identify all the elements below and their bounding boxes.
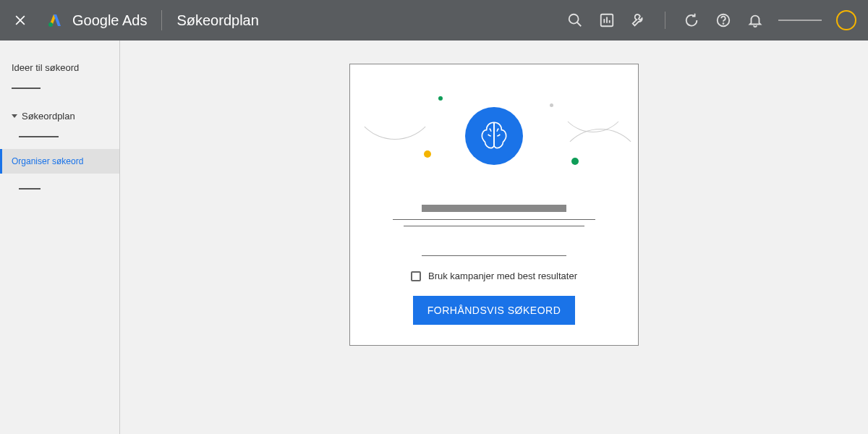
main-card: Bruk kampanjer med best resultater FORHÅ…: [349, 64, 639, 346]
chevron-down-icon: [12, 114, 17, 118]
svg-point-2: [48, 22, 53, 27]
help-icon[interactable]: [709, 6, 738, 35]
svg-point-10: [723, 23, 724, 24]
brain-icon: [465, 107, 523, 165]
sidebar-item-label: Organiser søkeord: [12, 156, 83, 166]
close-button[interactable]: [12, 12, 29, 29]
account-placeholder: [778, 20, 822, 21]
checkbox-label: Bruk kampanjer med best resultater: [428, 271, 577, 281]
divider: [665, 12, 665, 29]
checkbox-row[interactable]: Bruk kampanjer med best resultater: [373, 271, 615, 281]
sidebar-item-plan[interactable]: Søkeordplan: [0, 103, 119, 129]
preview-keywords-button[interactable]: FORHÅNDSVIS SØKEORD: [413, 296, 576, 325]
page-title: Søkeordplan: [176, 12, 258, 29]
sidebar-item-ideas[interactable]: Ideer til søkeord: [0, 55, 119, 80]
sidebar-item-organize[interactable]: Organiser søkeord: [0, 149, 119, 174]
sidebar-item-label: Ideer til søkeord: [12, 62, 79, 73]
tools-icon[interactable]: [624, 6, 653, 35]
svg-line-4: [577, 22, 582, 27]
sidebar-placeholder: [12, 88, 41, 89]
logo-area: Google Ads: [46, 12, 147, 29]
header-actions: [561, 6, 856, 35]
content-area: Bruk kampanjer med best resultater FORHÅ…: [120, 41, 868, 434]
reports-icon[interactable]: [592, 6, 621, 35]
sidebar-item-label: Søkeordplan: [22, 111, 75, 122]
text-placeholder: [404, 226, 584, 226]
input-underline[interactable]: [422, 255, 566, 256]
checkbox[interactable]: [411, 271, 421, 281]
svg-point-3: [569, 14, 579, 24]
search-icon[interactable]: [561, 6, 590, 35]
avatar[interactable]: [836, 10, 856, 30]
sidebar: Ideer til søkeord Søkeordplan Organiser …: [0, 41, 120, 434]
main-area: Ideer til søkeord Søkeordplan Organiser …: [0, 41, 868, 434]
illustration: [373, 82, 615, 190]
text-placeholder: [393, 219, 595, 220]
app-header: Google Ads Søkeordplan: [0, 0, 868, 41]
header-divider: [161, 10, 162, 30]
sidebar-placeholder: [19, 136, 59, 137]
product-name: Google Ads: [72, 12, 147, 29]
google-ads-logo-icon: [46, 12, 64, 29]
sidebar-placeholder: [19, 188, 41, 190]
refresh-icon[interactable]: [677, 6, 706, 35]
notifications-icon[interactable]: [741, 6, 770, 35]
title-placeholder: [422, 205, 566, 212]
